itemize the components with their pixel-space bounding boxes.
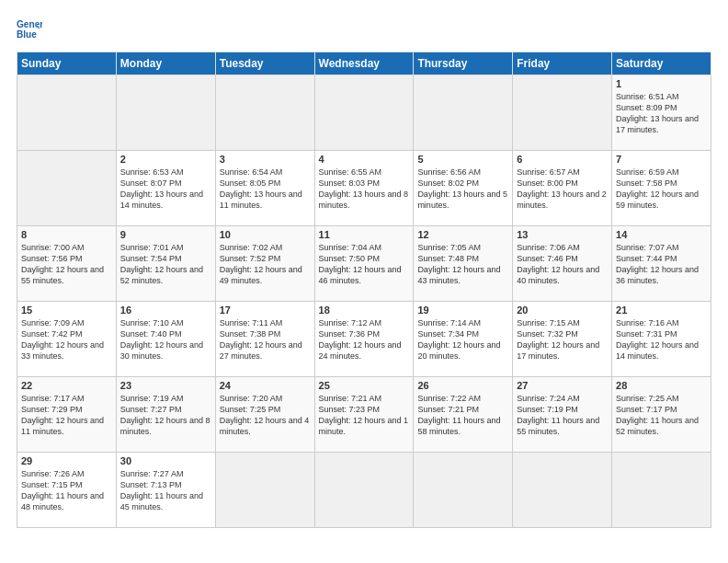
calendar-cell: 27Sunrise: 7:24 AMSunset: 7:19 PMDayligh… <box>513 377 612 453</box>
calendar-cell: 16Sunrise: 7:10 AMSunset: 7:40 PMDayligh… <box>116 302 215 377</box>
calendar-cell: 30Sunrise: 7:27 AMSunset: 7:13 PMDayligh… <box>116 453 215 528</box>
calendar-cell <box>215 75 314 151</box>
calendar-cell: 26Sunrise: 7:22 AMSunset: 7:21 PMDayligh… <box>414 377 513 453</box>
calendar-cell: 24Sunrise: 7:20 AMSunset: 7:25 PMDayligh… <box>215 377 314 453</box>
calendar-cell: 7Sunrise: 6:59 AMSunset: 7:58 PMDaylight… <box>612 151 711 226</box>
calendar-cell <box>17 75 117 151</box>
page-header: General Blue <box>17 17 711 42</box>
calendar-cell <box>414 453 513 528</box>
svg-text:Blue: Blue <box>17 29 37 40</box>
calendar-cell: 1Sunrise: 6:51 AMSunset: 8:09 PMDaylight… <box>612 75 711 151</box>
calendar-cell <box>116 75 215 151</box>
calendar-header: SundayMondayTuesdayWednesdayThursdayFrid… <box>17 52 711 75</box>
svg-text:General: General <box>17 19 42 29</box>
calendar-cell <box>414 75 513 151</box>
header-tuesday: Tuesday <box>215 52 314 75</box>
calendar-table: SundayMondayTuesdayWednesdayThursdayFrid… <box>17 52 711 528</box>
calendar-cell: 17Sunrise: 7:11 AMSunset: 7:38 PMDayligh… <box>215 302 314 377</box>
calendar-cell: 18Sunrise: 7:12 AMSunset: 7:36 PMDayligh… <box>314 302 414 377</box>
calendar-cell: 21Sunrise: 7:16 AMSunset: 7:31 PMDayligh… <box>612 302 711 377</box>
calendar-cell: 3Sunrise: 6:54 AMSunset: 8:05 PMDaylight… <box>215 151 314 226</box>
header-wednesday: Wednesday <box>314 52 414 75</box>
calendar-body: 1Sunrise: 6:51 AMSunset: 8:09 PMDaylight… <box>17 75 711 528</box>
calendar-cell: 15Sunrise: 7:09 AMSunset: 7:42 PMDayligh… <box>17 302 117 377</box>
calendar-cell: 20Sunrise: 7:15 AMSunset: 7:32 PMDayligh… <box>513 302 612 377</box>
calendar-cell <box>314 453 414 528</box>
calendar-cell <box>513 75 612 151</box>
calendar-cell: 4Sunrise: 6:55 AMSunset: 8:03 PMDaylight… <box>314 151 414 226</box>
logo: General Blue <box>17 17 46 42</box>
header-thursday: Thursday <box>414 52 513 75</box>
calendar-cell: 22Sunrise: 7:17 AMSunset: 7:29 PMDayligh… <box>17 377 117 453</box>
header-sunday: Sunday <box>17 52 117 75</box>
calendar-cell: 5Sunrise: 6:56 AMSunset: 8:02 PMDaylight… <box>414 151 513 226</box>
calendar-cell: 12Sunrise: 7:05 AMSunset: 7:48 PMDayligh… <box>414 226 513 302</box>
calendar-cell: 2Sunrise: 6:53 AMSunset: 8:07 PMDaylight… <box>116 151 215 226</box>
calendar-cell: 25Sunrise: 7:21 AMSunset: 7:23 PMDayligh… <box>314 377 414 453</box>
calendar-cell <box>215 453 314 528</box>
calendar-cell <box>513 453 612 528</box>
calendar-cell: 9Sunrise: 7:01 AMSunset: 7:54 PMDaylight… <box>116 226 215 302</box>
calendar-cell: 14Sunrise: 7:07 AMSunset: 7:44 PMDayligh… <box>612 226 711 302</box>
calendar-cell <box>17 151 117 226</box>
header-friday: Friday <box>513 52 612 75</box>
logo-icon: General Blue <box>17 17 42 42</box>
calendar-cell: 29Sunrise: 7:26 AMSunset: 7:15 PMDayligh… <box>17 453 117 528</box>
calendar-cell: 11Sunrise: 7:04 AMSunset: 7:50 PMDayligh… <box>314 226 414 302</box>
calendar-cell: 8Sunrise: 7:00 AMSunset: 7:56 PMDaylight… <box>17 226 117 302</box>
calendar-cell: 23Sunrise: 7:19 AMSunset: 7:27 PMDayligh… <box>116 377 215 453</box>
calendar-cell: 6Sunrise: 6:57 AMSunset: 8:00 PMDaylight… <box>513 151 612 226</box>
calendar-cell: 10Sunrise: 7:02 AMSunset: 7:52 PMDayligh… <box>215 226 314 302</box>
calendar-cell: 19Sunrise: 7:14 AMSunset: 7:34 PMDayligh… <box>414 302 513 377</box>
calendar-cell <box>612 453 711 528</box>
calendar-cell: 28Sunrise: 7:25 AMSunset: 7:17 PMDayligh… <box>612 377 711 453</box>
header-saturday: Saturday <box>612 52 711 75</box>
calendar-cell <box>314 75 414 151</box>
header-monday: Monday <box>116 52 215 75</box>
calendar-cell: 13Sunrise: 7:06 AMSunset: 7:46 PMDayligh… <box>513 226 612 302</box>
